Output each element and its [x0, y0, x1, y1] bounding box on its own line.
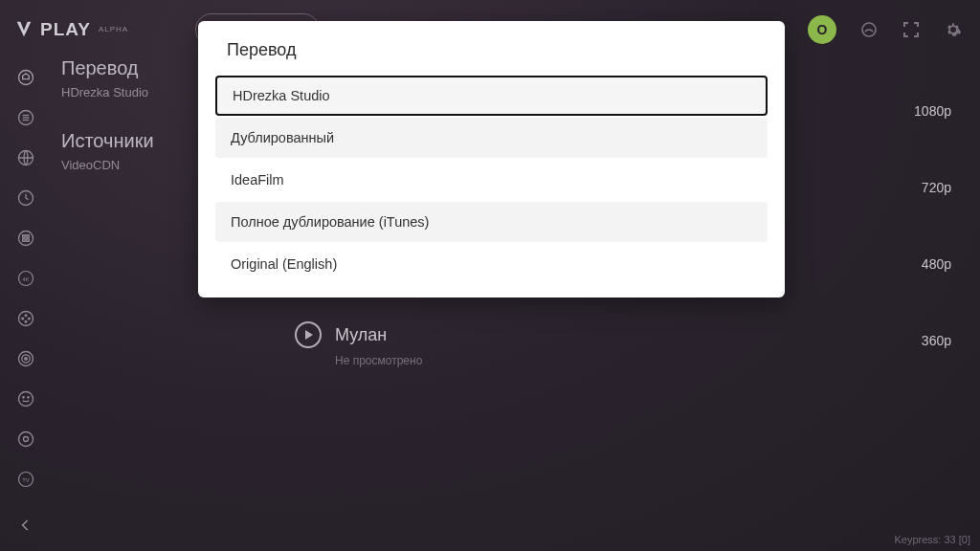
svg-point-31 — [28, 397, 29, 398]
svg-point-33 — [24, 437, 29, 442]
svg-rect-16 — [27, 235, 30, 238]
svg-text:TV: TV — [22, 477, 30, 483]
app-logo: PLAY ALPHA — [13, 19, 128, 40]
nav-rail: 4K TV — [0, 59, 52, 551]
svg-point-14 — [19, 231, 33, 246]
history-icon[interactable] — [15, 187, 36, 209]
disc-icon[interactable] — [15, 429, 36, 450]
svg-point-22 — [25, 315, 27, 317]
quality-list: 1080p 720p 480p 360p — [914, 103, 951, 348]
dpad-icon[interactable] — [15, 308, 36, 329]
target-icon[interactable] — [15, 348, 36, 369]
svg-point-32 — [19, 432, 33, 447]
modal-option[interactable]: Original (English) — [215, 244, 768, 284]
svg-text:4K: 4K — [22, 276, 29, 282]
list-icon[interactable] — [15, 107, 36, 128]
play-icon — [295, 321, 322, 348]
modal-option[interactable]: IdeaFilm — [215, 160, 768, 200]
svg-point-28 — [25, 358, 28, 361]
logo-mark-icon — [13, 19, 34, 40]
debug-footer: Keypress: 33 [0] — [895, 534, 971, 545]
modal-title: Перевод — [215, 40, 768, 60]
svg-point-23 — [25, 321, 27, 323]
svg-point-29 — [19, 392, 33, 407]
logo-word: PLAY — [40, 19, 91, 40]
home-icon[interactable] — [15, 67, 36, 88]
grid-icon[interactable] — [15, 228, 36, 249]
svg-rect-17 — [23, 239, 26, 242]
svg-point-21 — [19, 312, 33, 326]
modal-option[interactable]: HDrezka Studio — [215, 76, 768, 116]
modal-option[interactable]: Полное дублирование (iTunes) — [215, 202, 768, 242]
svg-point-24 — [22, 318, 24, 320]
svg-point-25 — [29, 318, 31, 320]
tv-icon[interactable]: TV — [15, 469, 36, 490]
svg-point-7 — [19, 71, 33, 85]
quality-option[interactable]: 480p — [914, 256, 951, 272]
fourk-icon[interactable]: 4K — [15, 268, 36, 289]
cast-icon[interactable] — [859, 20, 879, 39]
gear-icon[interactable] — [944, 20, 963, 39]
logo-badge: ALPHA — [99, 25, 128, 33]
modal-option[interactable]: Дублированный — [215, 118, 768, 158]
fullscreen-icon[interactable] — [902, 20, 921, 39]
movie-title: Мулан — [335, 325, 387, 345]
svg-point-30 — [23, 397, 24, 398]
translation-modal: Перевод HDrezka Studio Дублированный Ide… — [198, 21, 785, 298]
movie-status: Не просмотрено — [335, 354, 422, 367]
smile-icon[interactable] — [15, 388, 36, 409]
svg-rect-15 — [23, 235, 26, 238]
globe-icon[interactable] — [15, 147, 36, 168]
quality-option[interactable]: 720p — [914, 180, 951, 195]
movie-row[interactable]: Мулан — [295, 321, 387, 348]
quality-option[interactable]: 1080p — [914, 103, 951, 119]
avatar[interactable]: O — [808, 15, 836, 44]
quality-option[interactable]: 360p — [914, 333, 951, 348]
svg-rect-18 — [27, 239, 30, 242]
collapse-icon[interactable] — [15, 515, 36, 536]
